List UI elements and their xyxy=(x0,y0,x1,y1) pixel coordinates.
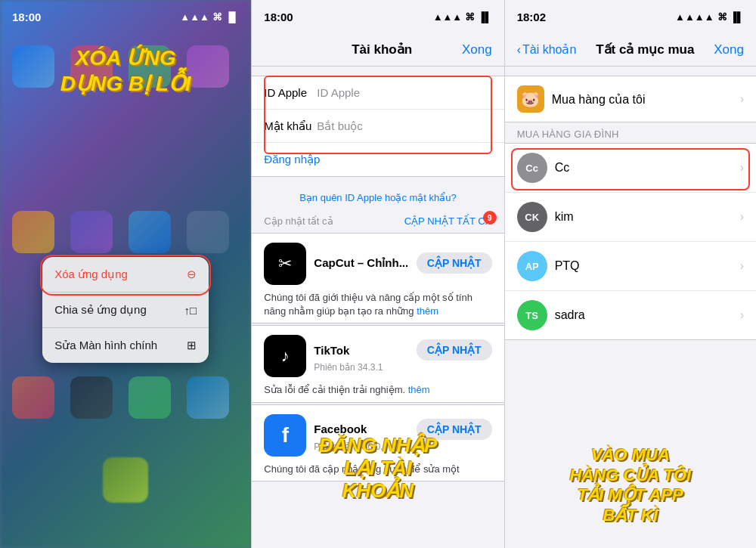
panel1-title-line1: XÓA ỨNG xyxy=(0,45,251,71)
tiktok-update-top: ♪ TikTok CẬP NHẬT Phiên bản 34.3.1 xyxy=(252,326,503,383)
menu-item-edit-home[interactable]: Sửa Màn hình chính ⊞ xyxy=(42,328,209,363)
facebook-version: Phiên bản 460.0.0 xyxy=(314,441,491,452)
avatar-sadra: TS xyxy=(517,300,547,330)
p3-overlay-line4: BẤT KÌ xyxy=(505,506,756,525)
family-member-ptq[interactable]: AP PTQ › xyxy=(505,242,756,291)
wifi-icon3: ⌘ xyxy=(717,11,727,23)
tiktok-name: TikTok xyxy=(314,344,349,357)
p3-overlay-line2: HÀNG CỦA TÔI xyxy=(505,466,756,485)
family-member-kim[interactable]: CK kim › xyxy=(505,193,756,242)
tiktok-info: TikTok CẬP NHẬT Phiên bản 34.3.1 xyxy=(314,339,491,373)
facebook-desc: Chúng tôi đã cập nhật ứng dụng để sửa mộ… xyxy=(252,463,503,481)
member-kim-name: kim xyxy=(555,210,733,224)
menu-item-edit-label: Sửa Màn hình chính xyxy=(54,339,157,352)
signal-icon2: ▲▲▲ xyxy=(433,11,463,23)
facebook-icon: f xyxy=(264,414,306,457)
red-highlight-menu xyxy=(40,255,211,296)
tiktok-update-button[interactable]: CẬP NHẬT xyxy=(417,339,492,361)
capcut-desc: Chúng tôi đã giới thiệu và nâng cấp một … xyxy=(252,291,503,323)
facebook-info: Facebook CẬP NHẬT Phiên bản 460.0.0 xyxy=(314,419,491,452)
panel3-overlay-text: VÀO MUA HÀNG CỦA TÔI TẢI MỘT APP BẤT KÌ xyxy=(505,445,756,525)
wifi-icon2: ⌘ xyxy=(465,11,475,23)
facebook-update-item: f Facebook CẬP NHẬT Phiên bản 460.0.0 Ch… xyxy=(252,404,503,481)
chevron-right-kim: › xyxy=(740,210,744,224)
panel3-nav-title: Tất cả mục mua xyxy=(596,42,694,57)
facebook-name-row: Facebook CẬP NHẬT xyxy=(314,419,491,440)
my-purchases-label: Mua hàng của tôi xyxy=(552,92,733,107)
signal-icon: ▲▲▲ xyxy=(180,11,209,23)
tiktok-version: Phiên bản 34.3.1 xyxy=(314,362,491,373)
panel3-back-button[interactable]: ‹ Tài khoản xyxy=(517,42,577,57)
update-all-button[interactable]: CẬP NHẬT TẤT CẢ 9 xyxy=(404,215,492,227)
capcut-update-item: ✂ CapCut – Chỉnh... CẬP NHẬT Chúng tôi đ… xyxy=(252,233,503,324)
capcut-name: CapCut – Chỉnh... xyxy=(314,256,408,270)
p3-overlay-line1: VÀO MUA xyxy=(505,445,756,465)
capcut-icon: ✂ xyxy=(264,243,306,285)
avatar-ptq: AP xyxy=(517,251,547,281)
tiktok-desc: Sửa lỗi để cải thiện trải nghiệm. thêm xyxy=(252,383,503,401)
battery-icon: ▐▌ xyxy=(225,11,239,23)
my-purchases-item[interactable]: 🐷 Mua hàng của tôi › xyxy=(505,76,756,122)
share-icon: ↑□ xyxy=(184,304,197,317)
heo-app-icon: 🐷 xyxy=(517,85,544,113)
panel2-nav-title: Tài khoản xyxy=(352,42,412,57)
panel2-status-bar: 18:00 ▲▲▲ ⌘ ▐▌ xyxy=(252,0,503,33)
panel2-time: 18:00 xyxy=(264,11,293,23)
chevron-right-ptq: › xyxy=(740,259,744,273)
panel3-purchases-screen: 18:02 ▲▲▲▲ ⌘ ▐▌ ‹ Tài khoản Tất cả mục m… xyxy=(505,0,756,548)
facebook-name: Facebook xyxy=(314,423,367,435)
panel2-account-screen: 18:00 ▲▲▲ ⌘ ▐▌ Tài khoản Xong ID Apple I… xyxy=(252,0,503,548)
tiktok-name-row: TikTok CẬP NHẬT xyxy=(314,339,491,361)
panel1-title-line2: DỤNG BỊ LỖI xyxy=(0,71,251,97)
family-member-sadra[interactable]: TS sadra › xyxy=(505,291,756,339)
member-sadra-name: sadra xyxy=(555,308,733,322)
chevron-left-icon: ‹ xyxy=(517,43,521,57)
member-ptq-name: PTQ xyxy=(555,259,733,273)
red-highlight-form xyxy=(264,76,491,154)
menu-item-share[interactable]: Chia sẻ ứng dụng ↑□ xyxy=(42,293,209,328)
panel3-navbar: ‹ Tài khoản Tất cả mục mua Xong xyxy=(505,33,756,67)
tiktok-more-link[interactable]: thêm xyxy=(408,384,430,395)
panel3-back-label: Tài khoản xyxy=(522,42,576,57)
capcut-more-link[interactable]: thêm xyxy=(417,305,438,317)
overlay-line3: KHOẢN xyxy=(252,480,503,503)
panel2-done-button[interactable]: Xong xyxy=(462,42,492,57)
update-all-header: Cập nhật tất cả CẬP NHẬT TẤT CẢ 9 xyxy=(252,209,503,233)
forgot-password-link[interactable]: Bạn quên ID Apple hoặc mật khẩu? xyxy=(252,186,503,209)
avatar-kim: CK xyxy=(517,202,547,232)
minecraft-app-icon xyxy=(103,457,148,503)
p3-overlay-line3: TẢI MỘT APP xyxy=(505,485,756,505)
update-all-label: Cập nhật tất cả xyxy=(264,215,333,227)
chevron-right-icon: › xyxy=(740,92,744,106)
panel1-title-area: XÓA ỨNG DỤNG BỊ LỖI xyxy=(0,45,251,96)
capcut-update-top: ✂ CapCut – Chỉnh... CẬP NHẬT xyxy=(252,234,503,291)
capcut-update-button[interactable]: CẬP NHẬT xyxy=(417,252,492,274)
battery-icon3: ▐▌ xyxy=(730,11,744,23)
facebook-update-top: f Facebook CẬP NHẬT Phiên bản 460.0.0 xyxy=(252,405,503,463)
login-button[interactable]: Đăng nhập xyxy=(264,153,320,166)
tiktok-icon: ♪ xyxy=(264,335,306,377)
capcut-info: CapCut – Chỉnh... CẬP NHẬT xyxy=(314,252,491,275)
edit-home-icon: ⊞ xyxy=(187,339,197,352)
panel3-status-icons: ▲▲▲▲ ⌘ ▐▌ xyxy=(675,11,744,23)
capcut-name-row: CapCut – Chỉnh... CẬP NHẬT xyxy=(314,252,491,274)
signal-icon3: ▲▲▲▲ xyxy=(675,11,714,23)
panel2-status-icons: ▲▲▲ ⌘ ▐▌ xyxy=(433,11,492,23)
panel1-home-screen: 18:00 ▲▲▲ ⌘ ▐▌ XÓA ỨNG DỤNG BỊ LỖI Xóa ứ… xyxy=(0,0,251,548)
panel3-time: 18:02 xyxy=(517,11,546,23)
facebook-update-button[interactable]: CẬP NHẬT xyxy=(417,419,492,440)
wifi-icon: ⌘ xyxy=(212,11,222,23)
menu-item-share-label: Chia sẻ ứng dụng xyxy=(54,303,147,317)
panel1-status-bar: 18:00 ▲▲▲ ⌘ ▐▌ xyxy=(0,0,251,33)
panel1-status-icons: ▲▲▲ ⌘ ▐▌ xyxy=(180,11,239,23)
my-purchases-section: 🐷 Mua hàng của tôi › xyxy=(505,76,756,122)
family-purchases-header: MUA HÀNG GIA ĐÌNH xyxy=(505,122,756,143)
panel1-time: 18:00 xyxy=(12,11,41,23)
panel2-navbar: Tài khoản Xong xyxy=(252,33,503,67)
panel3-done-button[interactable]: Xong xyxy=(714,42,744,57)
chevron-right-sadra: › xyxy=(740,308,744,322)
panel3-status-bar: 18:02 ▲▲▲▲ ⌘ ▐▌ xyxy=(505,0,756,33)
update-badge: 9 xyxy=(483,211,497,224)
battery-icon2: ▐▌ xyxy=(478,11,491,23)
red-highlight-purchase xyxy=(511,148,750,190)
